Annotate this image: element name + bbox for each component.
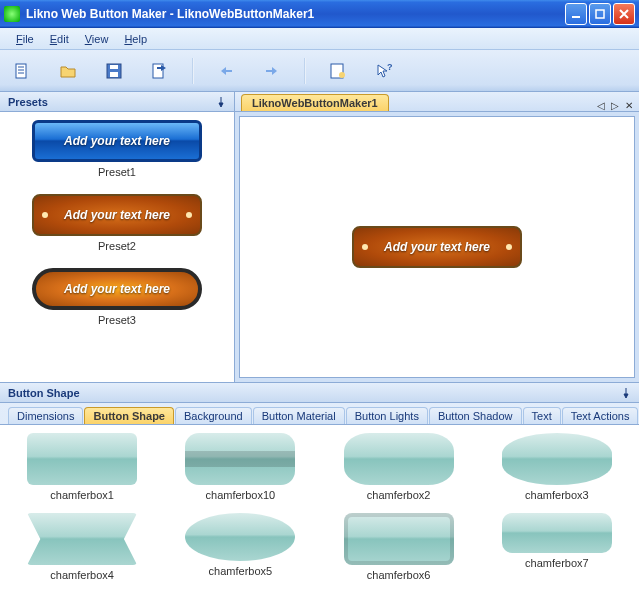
new-file-icon: [13, 62, 31, 80]
tab-text-actions[interactable]: Text Actions: [562, 407, 639, 424]
maximize-icon: [595, 9, 605, 19]
shape-chamferbox2[interactable]: chamferbox2: [329, 433, 469, 501]
shape-chamferbox7[interactable]: chamferbox7: [487, 513, 627, 581]
toolbar-separator: [304, 58, 306, 84]
chamferbox7-thumb[interactable]: [502, 513, 612, 553]
options-button[interactable]: [324, 57, 352, 85]
svg-rect-4: [110, 72, 118, 77]
tab-close-icon[interactable]: ✕: [625, 100, 633, 111]
help-pointer-icon: ?: [375, 62, 393, 80]
shape-panel-header: Button Shape: [0, 383, 639, 403]
tab-button-shadow[interactable]: Button Shadow: [429, 407, 522, 424]
pin-icon[interactable]: [216, 97, 226, 107]
shape-tabs: Dimensions Button Shape Background Butto…: [0, 403, 639, 425]
redo-icon: [263, 62, 281, 80]
toolbar: ?: [0, 50, 639, 92]
menu-file[interactable]: File: [8, 31, 42, 47]
close-icon: [619, 9, 629, 19]
undo-button[interactable]: [212, 57, 240, 85]
shapes-body[interactable]: chamferbox1 chamferbox10 chamferbox2 cha…: [0, 425, 639, 592]
svg-rect-0: [572, 16, 580, 18]
tab-background[interactable]: Background: [175, 407, 252, 424]
shape-label: chamferbox1: [12, 489, 152, 501]
app-icon: [4, 6, 20, 22]
doc-tabs: LiknoWebButtonMaker1 ◁ ▷ ✕: [235, 92, 639, 112]
menu-view[interactable]: View: [77, 31, 117, 47]
menubar: File Edit View Help: [0, 28, 639, 50]
minimize-button[interactable]: [565, 3, 587, 25]
canvas-button-preview[interactable]: Add your text here: [352, 226, 522, 268]
canvas-area: LiknoWebButtonMaker1 ◁ ▷ ✕ Add your text…: [235, 92, 639, 382]
preset-item-2[interactable]: Add your text here Preset2: [8, 194, 226, 252]
shape-label: chamferbox5: [170, 565, 310, 577]
preset2-thumb[interactable]: Add your text here: [32, 194, 202, 236]
menu-edit[interactable]: Edit: [42, 31, 77, 47]
shape-chamferbox10[interactable]: chamferbox10: [170, 433, 310, 501]
shape-label: chamferbox7: [487, 557, 627, 569]
tab-button-material[interactable]: Button Material: [253, 407, 345, 424]
new-button[interactable]: [8, 57, 36, 85]
svg-rect-2: [16, 64, 26, 78]
preset1-label: Preset1: [8, 166, 226, 178]
tab-next-icon[interactable]: ▷: [611, 100, 619, 111]
tab-prev-icon[interactable]: ◁: [597, 100, 605, 111]
canvas[interactable]: Add your text here: [239, 116, 635, 378]
presets-panel: Presets Add your text here Preset1 Add y…: [0, 92, 235, 382]
tab-dimensions[interactable]: Dimensions: [8, 407, 83, 424]
preset-item-3[interactable]: Add your text here Preset3: [8, 268, 226, 326]
titlebar[interactable]: Likno Web Button Maker - LiknoWebButtonM…: [0, 0, 639, 28]
redo-button[interactable]: [258, 57, 286, 85]
preset3-label: Preset3: [8, 314, 226, 326]
shape-chamferbox1[interactable]: chamferbox1: [12, 433, 152, 501]
minimize-icon: [571, 9, 581, 19]
maximize-button[interactable]: [589, 3, 611, 25]
preset2-label: Preset2: [8, 240, 226, 252]
preset1-thumb[interactable]: Add your text here: [32, 120, 202, 162]
close-button[interactable]: [613, 3, 635, 25]
folder-open-icon: [59, 62, 77, 80]
pin-icon[interactable]: [621, 388, 631, 398]
shape-panel-title: Button Shape: [8, 387, 80, 399]
shape-chamferbox3[interactable]: chamferbox3: [487, 433, 627, 501]
shape-chamferbox4[interactable]: chamferbox4: [12, 513, 152, 581]
chamferbox1-thumb[interactable]: [27, 433, 137, 485]
tab-button-lights[interactable]: Button Lights: [346, 407, 428, 424]
open-button[interactable]: [54, 57, 82, 85]
tab-button-shape[interactable]: Button Shape: [84, 407, 174, 424]
svg-rect-1: [596, 10, 604, 18]
doc-tab-1[interactable]: LiknoWebButtonMaker1: [241, 94, 389, 111]
shape-chamferbox6[interactable]: chamferbox6: [329, 513, 469, 581]
shape-label: chamferbox6: [329, 569, 469, 581]
preset3-thumb[interactable]: Add your text here: [32, 268, 202, 310]
save-icon: [105, 62, 123, 80]
shape-label: chamferbox10: [170, 489, 310, 501]
svg-text:?: ?: [387, 62, 393, 72]
svg-rect-5: [110, 65, 118, 69]
svg-point-8: [339, 72, 345, 78]
save-button[interactable]: [100, 57, 128, 85]
presets-title: Presets: [8, 96, 48, 108]
tab-text[interactable]: Text: [523, 407, 561, 424]
chamferbox6-thumb[interactable]: [344, 513, 454, 565]
chamferbox10-thumb[interactable]: [185, 433, 295, 485]
shape-label: chamferbox4: [12, 569, 152, 581]
options-icon: [329, 62, 347, 80]
preset-item-1[interactable]: Add your text here Preset1: [8, 120, 226, 178]
shape-label: chamferbox2: [329, 489, 469, 501]
export-icon: [151, 62, 169, 80]
chamferbox3-thumb[interactable]: [502, 433, 612, 485]
undo-icon: [217, 62, 235, 80]
presets-header: Presets: [0, 92, 234, 112]
chamferbox4-thumb[interactable]: [27, 513, 137, 565]
help-button[interactable]: ?: [370, 57, 398, 85]
doc-nav-controls: ◁ ▷ ✕: [597, 100, 633, 111]
chamferbox2-thumb[interactable]: [344, 433, 454, 485]
button-shape-panel: Button Shape Dimensions Button Shape Bac…: [0, 382, 639, 592]
export-button[interactable]: [146, 57, 174, 85]
toolbar-separator: [192, 58, 194, 84]
shape-chamferbox5[interactable]: chamferbox5: [170, 513, 310, 581]
shape-label: chamferbox3: [487, 489, 627, 501]
menu-help[interactable]: Help: [116, 31, 155, 47]
presets-list[interactable]: Add your text here Preset1 Add your text…: [0, 112, 234, 382]
chamferbox5-thumb[interactable]: [185, 513, 295, 561]
